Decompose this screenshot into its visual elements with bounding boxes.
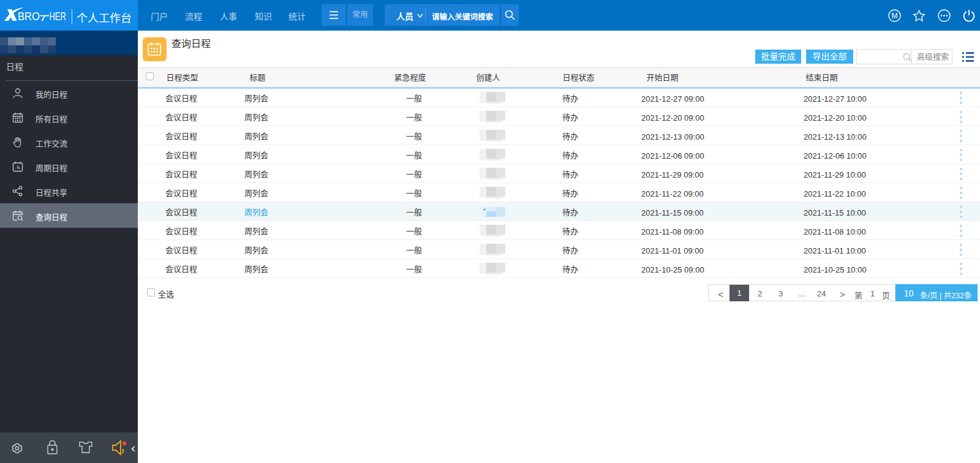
svg-text:HER: HER bbox=[50, 10, 66, 22]
svg-text:M: M bbox=[892, 12, 898, 20]
svg-text:BRO: BRO bbox=[18, 11, 40, 23]
